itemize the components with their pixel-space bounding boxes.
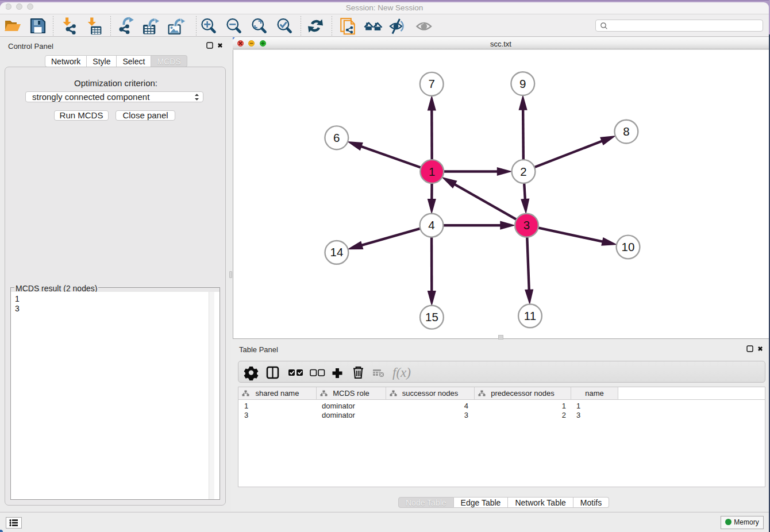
svg-text:8: 8: [623, 125, 629, 138]
svg-text:3: 3: [523, 218, 530, 232]
svg-text:6: 6: [333, 131, 340, 144]
svg-text:9: 9: [519, 77, 526, 90]
svg-text:4: 4: [428, 218, 434, 232]
svg-text:15: 15: [425, 310, 438, 323]
svg-text:1: 1: [429, 165, 435, 178]
svg-text:f(x): f(x): [392, 365, 411, 380]
svg-text:2: 2: [520, 165, 526, 178]
svg-text:14: 14: [330, 245, 343, 259]
svg-text:7: 7: [428, 77, 434, 90]
svg-text:11: 11: [524, 309, 536, 322]
svg-text:10: 10: [622, 240, 635, 253]
